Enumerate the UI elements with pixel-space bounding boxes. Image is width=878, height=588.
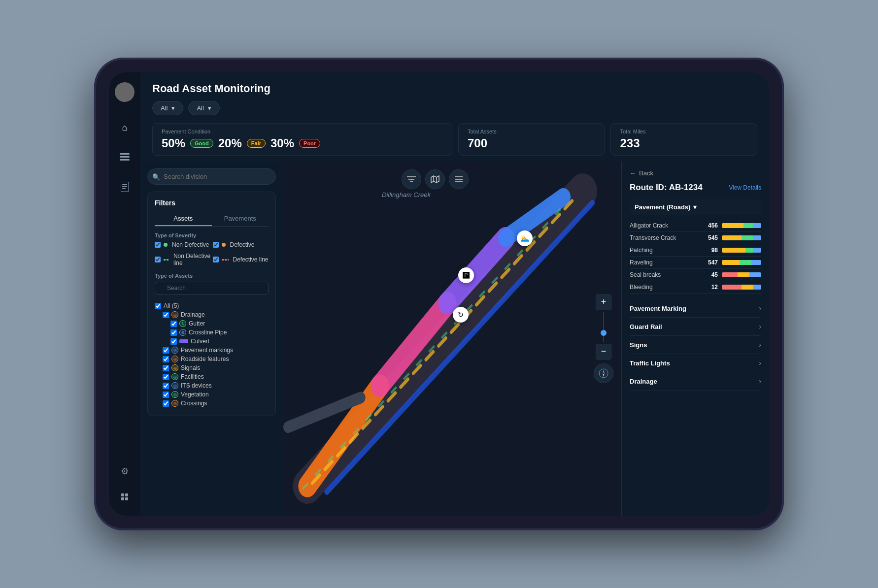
pavement-bar: [722, 248, 761, 253]
avatar[interactable]: [115, 82, 135, 102]
toolbar-buttons: [402, 169, 469, 189]
svg-line-16: [312, 200, 573, 483]
tree-crossings[interactable]: ◎ Crossings: [155, 400, 269, 407]
section-name: Traffic Lights: [630, 359, 670, 367]
main-content: Road Asset Monitoring All ▾ All ▾ Paveme…: [140, 72, 769, 516]
sidebar-item-roads[interactable]: [116, 148, 134, 166]
stat-total-miles: Total Miles 233: [610, 123, 757, 156]
pavement-section: Pavement (Roads) ▾ Alligator Crack 456 T…: [630, 199, 761, 294]
sidebar-item-plugin[interactable]: [116, 488, 134, 506]
filter-title: Filters: [155, 199, 269, 207]
sidebar-item-reports[interactable]: [116, 178, 134, 196]
pavement-name: Seal breaks: [630, 271, 700, 278]
tree-drainage[interactable]: ◎ Drainage: [155, 311, 269, 318]
pavement-markings-icon: ◎: [171, 347, 178, 354]
pavement-name: Alligator Crack: [630, 222, 700, 229]
total-miles-label: Total Miles: [620, 129, 748, 134]
section-row[interactable]: Signs ›: [630, 336, 761, 354]
view-details-button[interactable]: View Details: [729, 184, 761, 191]
signals-label: Signals: [181, 364, 200, 371]
tree-facilities[interactable]: ◎ Facilities: [155, 373, 269, 380]
good-pct: 50%: [162, 136, 185, 150]
tree-its-devices[interactable]: ◎ ITS devices: [155, 382, 269, 389]
checkbox-non-defective-line[interactable]: Non Defective line: [155, 253, 211, 266]
section-name: Pavement Marking: [630, 305, 686, 312]
back-arrow-icon: ←: [630, 169, 636, 177]
its-label: ITS devices: [181, 382, 212, 389]
svg-rect-2: [120, 159, 130, 161]
checkbox-defective-line[interactable]: Defective line: [213, 253, 269, 266]
tree-crossline-pipe[interactable]: ⊕ Crossline Pipe: [155, 329, 269, 336]
roadside-icon: ◎: [171, 356, 178, 362]
poor-pct: 30%: [270, 136, 294, 150]
pavement-bar: [722, 223, 761, 228]
stat-pavement-condition: Pavement Condition 50% Good 20% Fair 30%…: [152, 123, 452, 156]
total-miles-value: 233: [620, 136, 748, 150]
pavement-chevron-icon: ▾: [693, 203, 697, 211]
filter-button[interactable]: [402, 169, 421, 189]
pavement-count: 545: [700, 234, 718, 241]
section-row[interactable]: Drainage ›: [630, 372, 761, 391]
pavement-count: 456: [700, 222, 718, 229]
pavement-bar: [722, 235, 761, 240]
severity-label: Type of Severity: [155, 232, 269, 238]
section-arrow-icon: ›: [759, 341, 761, 349]
filter-dropdown-2[interactable]: All ▾: [188, 101, 219, 115]
pavement-count: 12: [700, 284, 718, 291]
tab-assets[interactable]: Assets: [155, 212, 212, 226]
tab-pavements[interactable]: Pavements: [212, 212, 269, 226]
tree-signals[interactable]: ◎ Signals: [155, 364, 269, 371]
compass-button[interactable]: [594, 363, 613, 383]
section-row[interactable]: Traffic Lights ›: [630, 354, 761, 372]
assets-label: Type of Assets: [155, 273, 269, 279]
list-view-button[interactable]: [449, 169, 469, 189]
tree-all[interactable]: All (5): [155, 302, 269, 309]
tree-gutter[interactable]: ↻ Gutter: [155, 320, 269, 327]
section-arrow-icon: ›: [759, 304, 761, 312]
filter-dropdown-1[interactable]: All ▾: [152, 101, 183, 115]
checkbox-defective[interactable]: Defective: [213, 241, 269, 248]
drainage-label: Drainage: [181, 311, 205, 318]
sidebar-item-home[interactable]: ⌂: [116, 119, 134, 136]
tree-roadside-features[interactable]: ◎ Roadside features: [155, 356, 269, 362]
svg-rect-4: [122, 184, 127, 185]
crossline-pipe-icon: ⊕: [179, 329, 186, 336]
back-button[interactable]: ← Back: [630, 169, 761, 177]
zoom-slider-thumb[interactable]: [601, 330, 607, 336]
map-background[interactable]: Dillingham Creek: [283, 162, 621, 516]
section-row[interactable]: Pavement Marking ›: [630, 299, 761, 318]
crossings-icon: ◎: [171, 400, 178, 407]
total-assets-value: 700: [468, 136, 596, 150]
pavement-header[interactable]: Pavement (Roads) ▾: [630, 199, 761, 215]
vegetation-label: Vegetation: [181, 391, 209, 398]
search-division-input[interactable]: [147, 168, 276, 185]
pavement-name: Transverse Crack: [630, 234, 700, 241]
asset-search-input[interactable]: [155, 282, 269, 294]
tree-vegetation[interactable]: ◎ Vegetation: [155, 391, 269, 398]
map-marker-3[interactable]: 🅿: [458, 267, 474, 283]
map-marker-2[interactable]: ↻: [453, 307, 469, 323]
map-controls: + −: [594, 294, 613, 383]
tree-pavement-markings[interactable]: ◎ Pavement markings: [155, 347, 269, 354]
section-row[interactable]: Guard Rail ›: [630, 318, 761, 336]
back-label: Back: [639, 169, 653, 177]
sidebar-item-settings[interactable]: ⚙: [116, 462, 134, 480]
device-frame: ⌂ ⚙: [94, 58, 784, 530]
stat-total-assets: Total Assets 700: [458, 123, 605, 156]
crossline-pipe-label: Crossline Pipe: [189, 329, 227, 336]
crossings-label: Crossings: [181, 400, 207, 407]
its-icon: ◎: [171, 382, 178, 389]
pavement-name: Bleeding: [630, 284, 700, 291]
pavement-condition-label: Pavement Condition: [162, 129, 443, 134]
map-view-button[interactable]: [425, 169, 445, 189]
zoom-in-button[interactable]: +: [596, 294, 611, 310]
pavement-name: Raveling: [630, 259, 700, 266]
map-marker-1[interactable]: 🏊: [517, 230, 533, 246]
zoom-out-button[interactable]: −: [596, 344, 611, 359]
roadside-label: Roadside features: [181, 356, 229, 362]
tree-culvert[interactable]: Culvert: [155, 338, 269, 345]
svg-rect-7: [121, 493, 124, 496]
good-badge: Good: [190, 139, 213, 148]
zoom-slider-track: [603, 312, 604, 342]
checkbox-non-defective[interactable]: Non Defective: [155, 241, 211, 248]
